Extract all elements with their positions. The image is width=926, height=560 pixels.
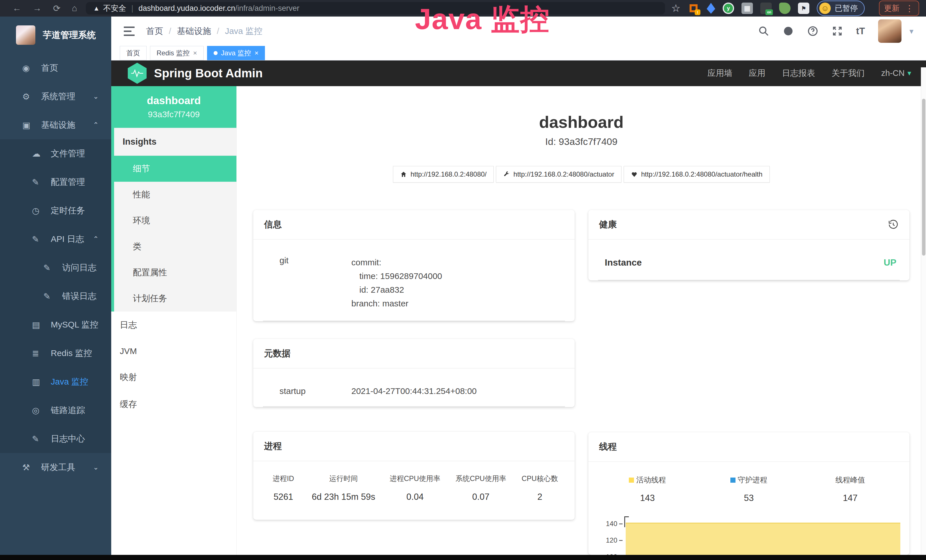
sidebar-item-api-log[interactable]: ✎ API 日志 ⌃	[0, 225, 111, 253]
locale-value: zh-CN	[881, 68, 905, 78]
bookmark-star-icon[interactable]: ☆	[671, 2, 681, 14]
hamburger-icon[interactable]	[124, 27, 135, 36]
card-title: 健康	[599, 218, 617, 230]
sba-nav-about[interactable]: 关于我们	[832, 68, 865, 79]
sba-menu-logs[interactable]: 日志	[111, 312, 236, 339]
tab-home[interactable]: 首页	[120, 46, 147, 60]
sba-menu-config-props[interactable]: 配置属性	[114, 260, 236, 286]
threads-card: 线程 活动线程 守护进	[589, 432, 910, 555]
actuator-url-link[interactable]: http://192.168.0.2:48080/actuator	[496, 166, 622, 183]
admin-sidebar: 芋道管理系统 ◉ 首页 ⚙ 系统管理 ⌄ ▣ 基础设施 ⌃ ☁	[0, 17, 111, 555]
github-icon[interactable]	[782, 26, 794, 37]
page-subtitle: Id: 93a3fc7f7409	[253, 136, 909, 147]
instance-links: http://192.168.0.2:48080/ http://192.168…	[253, 166, 909, 183]
sba-menu-metrics[interactable]: 性能	[114, 182, 236, 208]
user-menu-caret-icon[interactable]: ▾	[909, 27, 914, 36]
home-icon[interactable]: ⌂	[72, 3, 77, 14]
sidebar-item-access-log[interactable]: ✎ 访问日志	[0, 253, 111, 282]
address-bar[interactable]: ▲ 不安全 | dashboard.yudao.iocoder.cn/infra…	[86, 2, 665, 15]
help-icon[interactable]	[807, 26, 819, 37]
sidebar-item-label: 日志中心	[51, 433, 85, 445]
fullscreen-icon[interactable]	[832, 26, 843, 37]
extension-icon-list-on[interactable]: on	[760, 3, 772, 14]
reload-icon[interactable]: ⟳	[53, 3, 61, 14]
cpu-cores: 2	[514, 492, 566, 502]
card-title: 进程	[264, 440, 282, 452]
sidebar-item-scheduled-jobs[interactable]: ◷ 定时任务	[0, 196, 111, 225]
sidebar-item-system[interactable]: ⚙ 系统管理 ⌄	[0, 82, 111, 111]
sba-menu-mappings[interactable]: 映射	[111, 364, 236, 391]
process-cpu: 0.04	[382, 492, 448, 502]
sba-nav-wall[interactable]: 应用墙	[708, 68, 732, 79]
extension-icon-orange-ring[interactable]: !	[688, 3, 699, 14]
browser-extensions-area: ☆ ! y ▦ on ⚑ ☺ 已暂停 更新 ⋮	[671, 1, 919, 16]
insights-group-label: Insights	[114, 128, 236, 156]
sidebar-item-file-manage[interactable]: ☁ 文件管理	[0, 139, 111, 168]
sidebar-item-mysql-monitor[interactable]: ▤ MySQL 监控	[0, 310, 111, 339]
font-size-icon[interactable]: tT	[856, 26, 865, 36]
scrollbar-thumb[interactable]	[922, 99, 925, 256]
sidebar-item-tracing[interactable]: ◎ 链路追踪	[0, 396, 111, 424]
tab-label: Redis 监控	[157, 48, 190, 58]
system-cpu: 0.07	[448, 492, 514, 502]
sba-menu-caches[interactable]: 缓存	[111, 391, 236, 418]
back-icon[interactable]: ←	[12, 3, 21, 14]
profile-paused-badge[interactable]: ☺ 已暂停	[817, 1, 865, 16]
sidebar-item-dev-tools[interactable]: ⚒ 研发工具 ⌄	[0, 453, 111, 481]
tab-java-monitor[interactable]: Java 监控 ×	[207, 46, 265, 60]
breadcrumb-infra[interactable]: 基础设施	[177, 26, 211, 37]
search-icon[interactable]	[758, 26, 769, 37]
service-url-link[interactable]: http://192.168.0.2:48080/	[393, 166, 494, 183]
process-pid: 5261	[262, 492, 305, 502]
not-secure-label[interactable]: 不安全	[103, 3, 126, 14]
breadcrumb-home[interactable]: 首页	[146, 26, 163, 37]
sidebar-item-java-monitor[interactable]: ▥ Java 监控	[0, 368, 111, 396]
forward-icon[interactable]: →	[33, 3, 42, 14]
sba-header: Spring Boot Admin 应用墙 应用 日志报表 关于我们 zh-CN…	[111, 61, 926, 86]
sidebar-item-error-log[interactable]: ✎ 错误日志	[0, 282, 111, 310]
history-icon[interactable]	[888, 219, 899, 230]
process-table-values: 5261 6d 23h 15m 59s 0.04 0.07 2	[262, 492, 566, 502]
sidebar-item-config-manage[interactable]: ✎ 配置管理	[0, 168, 111, 196]
sba-nav-applications[interactable]: 应用	[749, 68, 766, 79]
sba-locale-select[interactable]: zh-CN ▾	[881, 68, 911, 78]
sidebar-item-label: 研发工具	[41, 462, 75, 473]
extension-icon-green-y[interactable]: y	[723, 3, 734, 14]
sidebar-item-label: Java 监控	[51, 376, 88, 388]
sidebar-item-redis-monitor[interactable]: ≣ Redis 监控	[0, 339, 111, 368]
close-icon[interactable]: ×	[193, 49, 197, 57]
sba-menu-details[interactable]: 细节	[111, 156, 236, 182]
instance-header[interactable]: dashboard 93a3fc7f7409	[111, 86, 236, 128]
user-avatar[interactable]	[878, 20, 902, 43]
app-logo-row[interactable]: 芋道管理系统	[0, 17, 111, 54]
info-value: commit: time: 1596289704000 id: 27aa832 …	[351, 256, 442, 310]
extensions-puzzle-icon[interactable]: ⚑	[798, 3, 809, 14]
browser-menu-icon[interactable]: ⋮	[905, 3, 914, 14]
extension-icon-blue-pin[interactable]	[707, 3, 715, 14]
info-key: git	[266, 256, 351, 310]
sidebar-item-home[interactable]: ◉ 首页	[0, 54, 111, 82]
sba-menu-scheduled-tasks[interactable]: 计划任务	[114, 286, 236, 312]
eye-icon: ◎	[32, 406, 51, 415]
sidebar-item-label: 链路追踪	[51, 404, 85, 416]
divider	[598, 280, 900, 280]
browser-update-button[interactable]: 更新 ⋮	[879, 1, 919, 16]
sidebar-item-log-center[interactable]: ✎ 日志中心	[0, 424, 111, 453]
sba-nav-journal[interactable]: 日志报表	[782, 68, 815, 79]
health-url-link[interactable]: http://192.168.0.2:48080/actuator/health	[624, 166, 770, 183]
live-threads-area-series	[626, 523, 900, 555]
extension-icon-grid[interactable]: ▦	[741, 3, 753, 14]
process-table-header: 进程ID 运行时间 进程CPU使用率 系统CPU使用率 CPU核心数	[262, 474, 566, 483]
sba-menu-environment[interactable]: 环境	[114, 208, 236, 234]
extension-icon-leaf[interactable]	[779, 3, 791, 14]
screen-bottom-edge	[0, 555, 926, 560]
server-icon: ▤	[32, 320, 51, 330]
close-icon[interactable]: ×	[254, 49, 259, 57]
sba-menu-jvm[interactable]: JVM	[111, 339, 236, 364]
page-scrollbar[interactable]	[921, 67, 926, 555]
sba-menu-classes[interactable]: 类	[114, 234, 236, 260]
sidebar-item-infra[interactable]: ▣ 基础设施 ⌃	[0, 111, 111, 139]
spring-boot-admin-logo	[128, 63, 147, 84]
tab-redis-monitor[interactable]: Redis 监控 ×	[150, 46, 204, 60]
threads-legend: 活动线程 守护进程 线程峰值	[597, 475, 901, 485]
